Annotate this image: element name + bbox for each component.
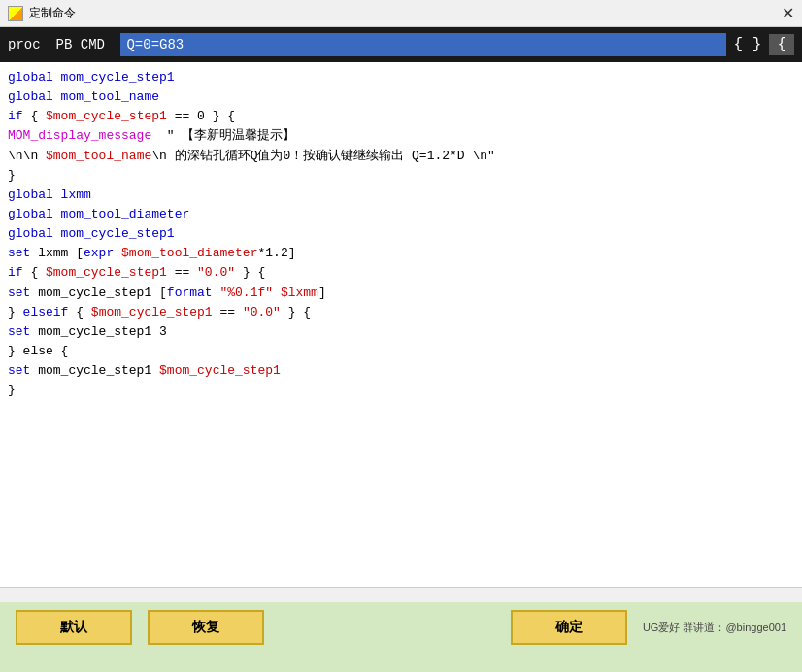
footer: 默认 恢复 确定 UG爱好 群讲道：@bingge001 bbox=[0, 602, 802, 653]
code-line: global mom_cycle_step1 bbox=[8, 68, 794, 87]
code-line: set lxmm [expr $mom_tool_diameter*1.2] bbox=[8, 244, 794, 263]
horizontal-scrollbar[interactable] bbox=[0, 587, 802, 602]
proc-label: proc bbox=[8, 37, 56, 52]
code-line: if { $mom_cycle_step1 == "0.0" } { bbox=[8, 263, 794, 283]
footer-left-buttons: 默认 恢复 bbox=[16, 610, 264, 645]
proc-braces: { } bbox=[726, 36, 770, 53]
proc-bar: proc PB_CMD_ { } { bbox=[0, 27, 802, 62]
code-line: global mom_cycle_step1 bbox=[8, 224, 794, 244]
code-line: set mom_cycle_step1 [format "%0.1f" $lxm… bbox=[8, 284, 794, 303]
code-line-mom-display: MOM_display_message " 【李新明温馨提示】 bbox=[8, 126, 794, 146]
proc-brace-extra: { bbox=[769, 34, 794, 55]
default-button[interactable]: 默认 bbox=[16, 610, 132, 645]
close-button[interactable]: ✕ bbox=[782, 4, 794, 22]
code-line: set mom_cycle_step1 $mom_cycle_step1 bbox=[8, 361, 794, 381]
title-text: 定制命令 bbox=[29, 5, 76, 21]
footer-right-buttons: 确定 UG爱好 群讲道：@bingge001 bbox=[511, 610, 786, 645]
code-line: global mom_tool_diameter bbox=[8, 205, 794, 224]
confirm-button[interactable]: 确定 bbox=[511, 610, 627, 645]
code-line: } elseif { $mom_cycle_step1 == "0.0" } { bbox=[8, 303, 794, 322]
title-bar: 定制命令 ✕ bbox=[0, 0, 802, 27]
proc-input[interactable] bbox=[120, 33, 725, 56]
code-line: global lxmm bbox=[8, 185, 794, 205]
code-line: global mom_tool_name bbox=[8, 87, 794, 107]
code-line-msg: \n\n $mom_tool_name\n 的深钻孔循环Q值为0！按确认键继续输… bbox=[8, 147, 794, 166]
code-editor[interactable]: global mom_cycle_step1 global mom_tool_n… bbox=[0, 62, 802, 587]
code-line: if { $mom_cycle_step1 == 0 } { bbox=[8, 107, 794, 126]
proc-name: PB_CMD_ bbox=[56, 37, 121, 52]
code-wrapper: global mom_cycle_step1 global mom_tool_n… bbox=[0, 62, 802, 602]
code-line: } bbox=[8, 381, 794, 400]
watermark-text: UG爱好 群讲道：@bingge001 bbox=[643, 621, 786, 635]
code-line: } else { bbox=[8, 342, 794, 361]
code-line: } bbox=[8, 166, 794, 185]
restore-button[interactable]: 恢复 bbox=[148, 610, 264, 645]
app-icon bbox=[8, 6, 23, 21]
code-line: set mom_cycle_step1 3 bbox=[8, 322, 794, 342]
